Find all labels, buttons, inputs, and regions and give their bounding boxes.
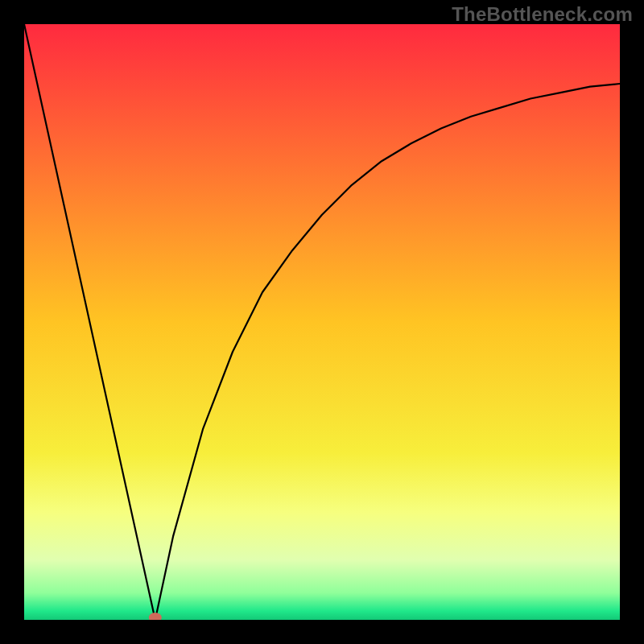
chart-svg [24,24,620,620]
gradient-background [24,24,620,620]
chart-frame: TheBottleneck.com [0,0,644,644]
watermark-text: TheBottleneck.com [452,3,633,26]
plot-area [24,24,620,620]
